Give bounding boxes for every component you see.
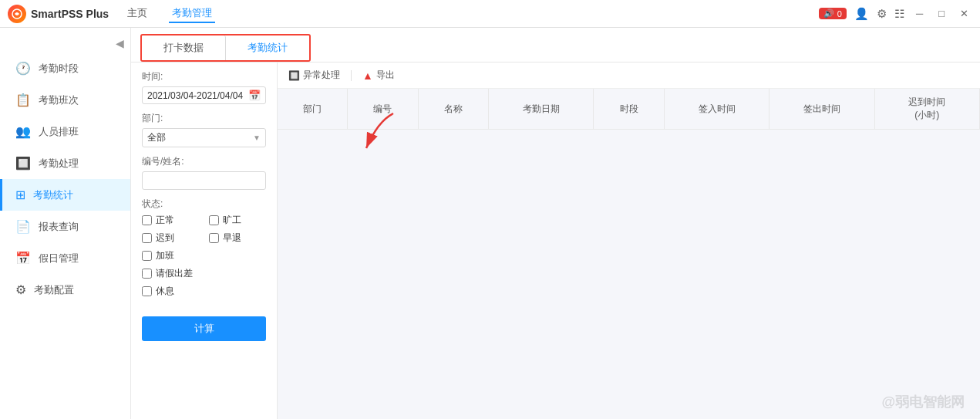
id-filter: 编号/姓名: <box>142 155 266 190</box>
sidebar-item-attendance-period[interactable]: 🕐 考勤时段 <box>0 52 130 84</box>
tab-punch-data[interactable]: 打卡数据 <box>142 35 226 60</box>
col-dept: 部门 <box>278 89 348 130</box>
nav-home[interactable]: 主页 <box>124 5 150 23</box>
content-area: 打卡数据 考勤统计 时间: 2021/03/04-2021/04/04 📅 <box>131 28 980 419</box>
col-late: 迟到时间(小时) <box>874 89 979 130</box>
main-layout: ◀ 🕐 考勤时段 📋 考勤班次 👥 人员排班 🔲 考勤处理 ⊞ 考勤统计 📄 报… <box>0 28 980 419</box>
sidebar-label: 假日管理 <box>39 252 79 265</box>
volume-badge[interactable]: 🔊 0 <box>819 8 847 19</box>
calc-button[interactable]: 计算 <box>142 316 266 341</box>
titlebar-right: 🔊 0 👤 ⚙ ☷ ─ □ ✕ <box>819 7 972 21</box>
status-late[interactable]: 迟到 <box>142 231 200 245</box>
checkbox-overtime[interactable] <box>142 251 152 261</box>
dept-value: 全部 <box>147 131 253 144</box>
export-btn[interactable]: ▲ 导出 <box>362 69 395 82</box>
col-id: 编号 <box>348 89 419 130</box>
status-filter: 状态: 正常 旷工 迟到 <box>142 198 266 298</box>
status-rest[interactable]: 休息 <box>142 285 266 298</box>
status-leave[interactable]: 请假出差 <box>142 267 266 280</box>
gear-icon[interactable]: ⚙ <box>877 7 887 21</box>
signal-icon[interactable]: ☷ <box>894 7 904 21</box>
exception-icon: 🔲 <box>288 70 300 81</box>
sidebar-item-attendance-config[interactable]: ⚙ 考勤配置 <box>0 274 130 306</box>
nav-attendance[interactable]: 考勤管理 <box>169 5 215 23</box>
dept-select[interactable]: 全部 ▼ <box>142 128 266 147</box>
time-label: 时间: <box>142 70 266 83</box>
content-inner: 时间: 2021/03/04-2021/04/04 📅 部门: 全部 ▼ 编号/… <box>131 63 980 419</box>
volume-count: 0 <box>837 9 842 19</box>
sidebar-label: 考勤时段 <box>39 62 79 76</box>
sidebar-collapse-area: ◀ <box>0 34 130 52</box>
settings-icon: ⚙ <box>15 282 26 297</box>
status-normal[interactable]: 正常 <box>142 214 200 227</box>
sidebar-item-staff-schedule[interactable]: 👥 人员排班 <box>0 116 130 147</box>
sidebar-label: 考勤班次 <box>39 93 79 107</box>
date-input[interactable]: 2021/03/04-2021/04/04 📅 <box>142 86 266 104</box>
col-signin: 签入时间 <box>664 89 769 130</box>
maximize-button[interactable]: □ <box>935 8 948 19</box>
id-input[interactable] <box>142 171 266 190</box>
minimize-button[interactable]: ─ <box>912 8 927 19</box>
checkbox-early-leave[interactable] <box>209 233 219 243</box>
attendance-table: 部门 编号 名称 考勤日期 时段 签入时间 签出时间 迟到时间(小时) <box>278 89 980 130</box>
app-name: SmartPSS Plus <box>31 8 109 20</box>
calendar-icon: 📅 <box>248 90 261 101</box>
status-absent[interactable]: 旷工 <box>209 214 267 227</box>
sidebar-label: 人员排班 <box>39 125 79 139</box>
volume-icon: 🔊 <box>823 8 834 19</box>
check-icon: 🔲 <box>15 156 31 171</box>
col-date: 考勤日期 <box>489 89 594 130</box>
checkbox-normal[interactable] <box>142 215 152 225</box>
table-container: 部门 编号 名称 考勤日期 时段 签入时间 签出时间 迟到时间(小时) <box>278 89 980 419</box>
checkbox-late[interactable] <box>142 233 152 243</box>
table-toolbar: 🔲 异常处理 ▲ 导出 <box>278 63 980 89</box>
grid-icon: ⊞ <box>15 188 25 202</box>
date-value: 2021/03/04-2021/04/04 <box>147 90 245 101</box>
app-logo: SmartPSS Plus <box>8 5 109 23</box>
clock-icon: 🕐 <box>15 61 31 76</box>
main-nav: 主页 考勤管理 <box>124 5 819 23</box>
exception-btn[interactable]: 🔲 异常处理 <box>288 69 340 82</box>
user-icon[interactable]: 👤 <box>854 7 869 21</box>
exception-label: 异常处理 <box>303 69 340 82</box>
status-overtime[interactable]: 加班 <box>142 249 266 262</box>
col-period: 时段 <box>594 89 665 130</box>
toolbar-divider <box>351 70 352 81</box>
sidebar-item-attendance-shift[interactable]: 📋 考勤班次 <box>0 84 130 116</box>
doc-icon: 📄 <box>15 219 31 234</box>
status-checkboxes: 正常 旷工 迟到 早退 <box>142 214 266 298</box>
table-header-row: 部门 编号 名称 考勤日期 时段 签入时间 签出时间 迟到时间(小时) <box>278 89 980 130</box>
sidebar-label: 考勤配置 <box>34 283 74 297</box>
dept-filter: 部门: 全部 ▼ <box>142 112 266 147</box>
collapse-button[interactable]: ◀ <box>116 37 124 49</box>
tabs-bar: 打卡数据 考勤统计 <box>131 28 980 63</box>
sidebar-item-holiday-manage[interactable]: 📅 假日管理 <box>0 242 130 274</box>
logo-icon <box>8 5 26 23</box>
checkbox-rest[interactable] <box>142 286 152 296</box>
status-label: 状态: <box>142 198 266 211</box>
status-early-leave[interactable]: 早退 <box>209 231 267 245</box>
filter-panel: 时间: 2021/03/04-2021/04/04 📅 部门: 全部 ▼ 编号/… <box>131 63 278 419</box>
person-icon: 👥 <box>15 124 31 139</box>
tab-attendance-stats[interactable]: 考勤统计 <box>226 35 309 60</box>
sidebar: ◀ 🕐 考勤时段 📋 考勤班次 👥 人员排班 🔲 考勤处理 ⊞ 考勤统计 📄 报… <box>0 28 131 419</box>
sidebar-label: 考勤处理 <box>39 157 79 171</box>
checkbox-leave[interactable] <box>142 269 152 279</box>
id-label: 编号/姓名: <box>142 155 266 168</box>
chevron-down-icon: ▼ <box>253 133 261 142</box>
time-filter: 时间: 2021/03/04-2021/04/04 📅 <box>142 70 266 104</box>
sidebar-item-attendance-stats[interactable]: ⊞ 考勤统计 <box>0 179 130 211</box>
sidebar-label: 考勤统计 <box>33 188 73 202</box>
table-icon: 📋 <box>15 93 31 107</box>
export-icon: ▲ <box>362 69 373 82</box>
sidebar-label: 报表查询 <box>39 220 79 234</box>
checkbox-absent[interactable] <box>209 215 219 225</box>
col-name: 名称 <box>418 89 489 130</box>
dept-label: 部门: <box>142 112 266 125</box>
sidebar-item-report-query[interactable]: 📄 报表查询 <box>0 211 130 242</box>
export-label: 导出 <box>376 69 395 82</box>
titlebar: SmartPSS Plus 主页 考勤管理 🔊 0 👤 ⚙ ☷ ─ □ ✕ <box>0 0 980 28</box>
sidebar-item-attendance-process[interactable]: 🔲 考勤处理 <box>0 147 130 179</box>
tab-group: 打卡数据 考勤统计 <box>140 34 311 62</box>
close-button[interactable]: ✕ <box>956 8 972 19</box>
